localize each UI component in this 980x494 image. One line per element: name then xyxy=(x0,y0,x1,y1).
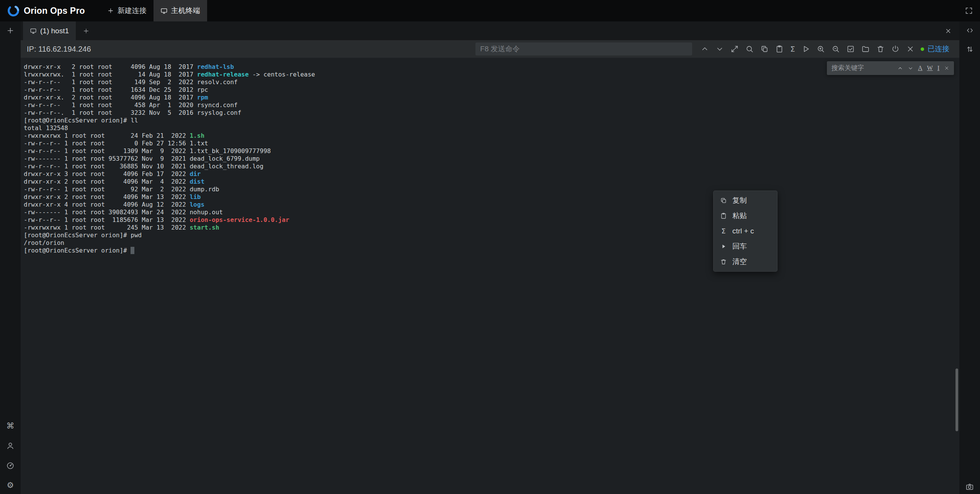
context-menu-item-2[interactable]: Σctrl + c xyxy=(714,223,777,239)
open-new-window-button[interactable] xyxy=(730,45,739,53)
context-menu-item-0[interactable]: 复制 xyxy=(714,193,777,208)
context-menu-item-3[interactable]: 回车 xyxy=(714,239,777,254)
code-icon xyxy=(966,26,974,34)
send-command-input[interactable] xyxy=(475,42,692,55)
terminal-toolbar: IP: 116.62.194.246 xyxy=(21,40,959,58)
context-menu-item-label: 粘贴 xyxy=(732,212,747,220)
power-icon xyxy=(891,45,900,53)
plus-icon xyxy=(107,7,114,14)
terminal-line: -rw-r--r-- 1 root root 458 Apr 1 2020 rs… xyxy=(24,101,959,109)
search-button[interactable] xyxy=(745,45,754,53)
terminal-line: drwxr-xr-x 3 root root 4096 Feb 17 2022 … xyxy=(24,170,959,178)
file-manager-button[interactable] xyxy=(861,45,870,53)
menu-new-connection[interactable]: 新建连接 xyxy=(100,0,154,21)
terminal-line: drwxr-xr-x 2 root root 4096 Mar 4 2022 d… xyxy=(24,178,959,186)
status-dot-icon xyxy=(921,47,924,51)
whole-word-button[interactable]: W xyxy=(927,65,933,72)
terminal-line: -rw-r--r-- 1 root root 1634 Dec 25 2012 … xyxy=(24,86,959,94)
search-keyword-input[interactable] xyxy=(831,64,893,72)
camera-icon xyxy=(965,483,974,491)
close-all-tabs-button[interactable] xyxy=(945,28,952,34)
content-row: ⌘ ⚙ xyxy=(0,21,980,494)
paste-button[interactable] xyxy=(775,45,784,53)
terminal-line: -rw------- 1 root root 95377762 Nov 9 20… xyxy=(24,155,959,163)
fullscreen-icon xyxy=(965,7,973,15)
enter-button[interactable] xyxy=(802,45,810,53)
clear-terminal-button[interactable] xyxy=(876,45,885,53)
context-menu: 复制粘贴Σctrl + c回车清空 xyxy=(713,191,777,272)
add-tab-button[interactable] xyxy=(83,28,90,34)
sigma-icon: Σ xyxy=(790,45,795,53)
chevron-up-icon xyxy=(701,45,709,53)
plus-icon xyxy=(6,26,15,35)
gauge-icon xyxy=(6,461,15,470)
shortcut-keys-button[interactable]: ⌘ xyxy=(7,422,15,430)
left-rail: ⌘ ⚙ xyxy=(0,21,21,494)
context-menu-item-1[interactable]: 粘贴 xyxy=(714,208,777,223)
app-window: Orion Ops Pro 新建连接 主机终端 xyxy=(0,0,980,494)
select-mode-button[interactable] xyxy=(846,45,855,53)
status-text: 已连接 xyxy=(928,44,949,54)
ctrl-c-button[interactable]: Σ xyxy=(790,45,795,53)
chevron-down-icon xyxy=(715,45,724,53)
folder-icon xyxy=(861,45,870,53)
tab-host1[interactable]: (1) host1 xyxy=(23,21,76,40)
regex-button[interactable]: I xyxy=(938,65,939,72)
scroll-up-button[interactable] xyxy=(701,45,709,53)
new-terminal-button[interactable] xyxy=(6,26,15,35)
terminal-scrollbar-thumb[interactable] xyxy=(956,368,958,431)
sigma-icon: Σ xyxy=(720,227,727,235)
scroll-sort-button[interactable] xyxy=(966,45,974,53)
connection-status: 已连接 xyxy=(921,44,949,54)
search-icon xyxy=(745,45,754,53)
user-icon xyxy=(6,442,15,450)
search-close-button[interactable] xyxy=(944,65,949,71)
terminal-line: -rw-r--r-- 1 root root 92 Mar 2 2022 dum… xyxy=(24,186,959,193)
paste-icon xyxy=(775,45,784,53)
terminal-line: drwxr-xr-x 4 root root 4096 Aug 12 2022 … xyxy=(24,201,959,209)
chevron-up-icon xyxy=(897,65,903,71)
tab-bar: (1) host1 xyxy=(21,21,959,40)
zoom-in-button[interactable] xyxy=(817,45,825,53)
paste-icon xyxy=(720,212,727,219)
top-bar: Orion Ops Pro 新建连接 主机终端 xyxy=(0,0,980,21)
menu-host-terminal[interactable]: 主机终端 xyxy=(154,0,207,21)
user-button[interactable] xyxy=(6,442,15,450)
copy-button[interactable] xyxy=(760,45,769,53)
zoom-in-icon xyxy=(817,45,825,53)
terminal-line: -rwxrwxrwx 1 root root 245 Mar 13 2022 s… xyxy=(24,224,959,232)
context-menu-item-4[interactable]: 清空 xyxy=(714,254,777,269)
disconnect-button[interactable] xyxy=(891,45,900,53)
toolbar-icons: Σ xyxy=(701,45,915,53)
screenshot-button[interactable] xyxy=(965,483,974,491)
match-case-button[interactable]: A xyxy=(918,65,923,72)
search-prev-button[interactable] xyxy=(897,65,903,71)
context-menu-item-label: 回车 xyxy=(732,243,747,250)
terminal-line: -rw-r--r-- 1 root root 149 Sep 2 2022 re… xyxy=(24,78,959,86)
terminal-search-widget: A W I xyxy=(827,61,954,75)
settings-button[interactable]: ⚙ xyxy=(7,481,14,489)
terminal-line: -rw-r--r-- 1 root root 36885 Nov 10 2021… xyxy=(24,163,959,170)
terminal-line: drwxr-xr-x 2 root root 4096 Mar 13 2022 … xyxy=(24,193,959,201)
search-next-button[interactable] xyxy=(908,65,913,71)
close-icon xyxy=(906,45,915,53)
match-case-label: A xyxy=(918,65,923,72)
dashboard-button[interactable] xyxy=(6,461,15,470)
fullscreen-button[interactable] xyxy=(965,7,973,15)
terminal-line: [root@OrionEcsServer orion]# ll xyxy=(24,117,959,124)
zoom-out-icon xyxy=(831,45,840,53)
close-session-button[interactable] xyxy=(906,45,915,53)
terminal-output[interactable]: drwxr-xr-x 2 root root 4096 Aug 18 2017 … xyxy=(21,58,959,494)
sort-arrows-icon xyxy=(966,45,974,53)
terminal-lines: drwxr-xr-x 2 root root 4096 Aug 18 2017 … xyxy=(24,63,959,254)
monitor-icon xyxy=(160,7,168,15)
close-icon xyxy=(944,65,949,71)
scroll-down-button[interactable] xyxy=(715,45,724,53)
zoom-out-button[interactable] xyxy=(831,45,840,53)
terminal-line: -rw-r--r-- 1 root root 0 Feb 27 12:56 1.… xyxy=(24,140,959,147)
expand-icon xyxy=(730,45,739,53)
code-view-button[interactable] xyxy=(966,26,974,34)
terminal-line: [root@OrionEcsServer orion]# xyxy=(24,247,959,254)
context-menu-item-label: 复制 xyxy=(732,197,747,204)
terminal-line: -rw------- 1 root root 39082493 Mar 24 2… xyxy=(24,209,959,216)
